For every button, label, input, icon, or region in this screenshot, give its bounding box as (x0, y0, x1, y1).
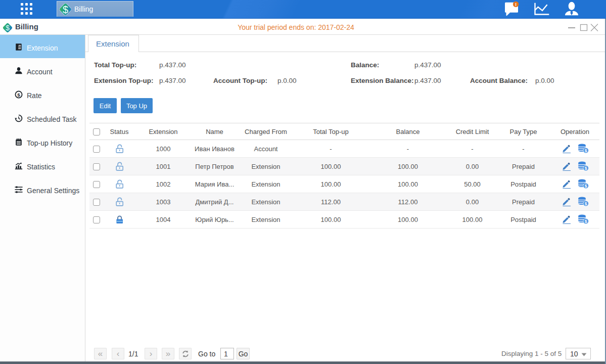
svg-text:!: ! (515, 2, 517, 7)
svg-text:$: $ (584, 183, 587, 188)
svg-text:$: $ (63, 4, 68, 15)
svg-text:$: $ (584, 148, 587, 153)
svg-text:$: $ (584, 218, 587, 223)
svg-text:$: $ (584, 165, 587, 170)
svg-text:$: $ (17, 92, 20, 97)
svg-text:$: $ (584, 201, 587, 206)
